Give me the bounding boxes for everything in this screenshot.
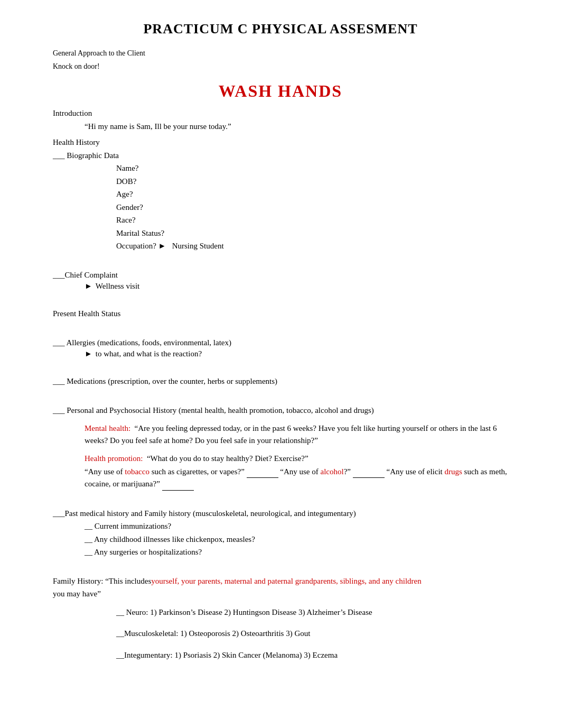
- mental-health-label: Mental health:: [85, 424, 130, 432]
- drugs-word: drugs: [444, 467, 462, 476]
- chief-complaint-label: ___Chief Complaint: [53, 269, 508, 281]
- family-musculoskeletal: __Musculoskeletal: 1) Osteoporosis 2) Os…: [116, 628, 508, 640]
- family-history-intro-text: Family History: “This includes: [53, 577, 151, 585]
- bio-occupation: Occupation? ► Nursing Student: [116, 240, 508, 252]
- bio-age: Age?: [116, 188, 508, 200]
- page-title: PRACTICUM C PHYSICAL ASSESMENT: [53, 21, 508, 37]
- mental-health-paragraph: Mental health: “Are you feeling depresse…: [85, 422, 508, 446]
- family-history-intro: Family History: “This includesyourself, …: [53, 575, 508, 587]
- wash-hands-heading: WASH HANDS: [53, 81, 508, 101]
- family-integumentary: __Integumentary: 1) Psoriasis 2) Skin Ca…: [116, 649, 508, 661]
- family-neuro: __ Neuro: 1) Parkinson’s Disease 2) Hunt…: [116, 606, 508, 619]
- health-promotion-text: “What do you do to stay healthy? Diet? E…: [147, 454, 308, 463]
- bio-gender: Gender?: [116, 201, 508, 214]
- past-medical-immunizations: __ Current immunizations?: [85, 520, 508, 532]
- past-medical-label: ___Past medical history and Family histo…: [53, 508, 508, 520]
- bio-dob: DOB?: [116, 176, 508, 188]
- mental-health-text: “Are you feeling depressed today, or in …: [85, 424, 497, 445]
- health-promotion-paragraph: Health promotion: “What do you do to sta…: [85, 453, 508, 465]
- chief-complaint-bullet: ► Wellness visit: [85, 282, 508, 291]
- bio-race: Race?: [116, 214, 508, 226]
- personal-psychosocial-label: ___ Personal and Psychosocial History (m…: [53, 404, 508, 417]
- family-history-intro-end: you may have”: [53, 588, 508, 600]
- allergies-bullet: ► to what, and what is the reaction?: [85, 349, 508, 358]
- family-history-colored: yourself, your parents, maternal and pat…: [151, 577, 422, 585]
- introduction-quote: “Hi my name is Sam, Ill be your nurse to…: [85, 121, 508, 133]
- biographic-label: ___ Biographic Data: [53, 150, 508, 162]
- bio-marital: Marital Status?: [116, 227, 508, 239]
- medications-label: ___ Medications (prescription, over the …: [53, 375, 508, 388]
- tobacco-alcohol-drugs-paragraph: “Any use of tobacco such as cigarettes, …: [85, 466, 508, 491]
- general-approach-line1: General Approach to the Client: [53, 48, 508, 59]
- present-health-status-label: Present Health Status: [53, 308, 508, 320]
- allergies-label: ___ Allergies (medications, foods, envir…: [53, 337, 508, 349]
- past-medical-childhood: __ Any childhood illnesses like chickenp…: [85, 533, 508, 546]
- tobacco-word: tobacco: [123, 467, 149, 476]
- past-medical-surgeries: __ Any surgeries or hospitalizations?: [85, 546, 508, 558]
- health-history-label: Health History: [53, 136, 508, 149]
- general-approach-line2: Knock on door!: [53, 61, 508, 72]
- bio-name: Name?: [116, 162, 508, 174]
- health-promotion-label: Health promotion:: [85, 454, 143, 463]
- introduction-label: Introduction: [53, 107, 508, 119]
- alcohol-word: alcohol: [319, 467, 344, 476]
